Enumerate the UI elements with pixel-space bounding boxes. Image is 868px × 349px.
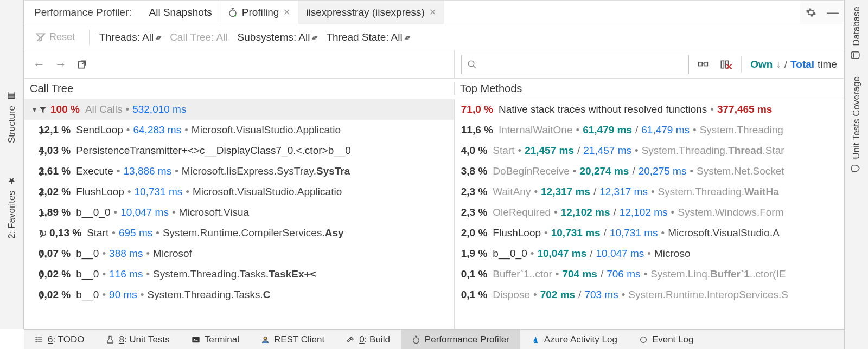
sort-caret-icon: ▴▾ [156,33,160,41]
azure-icon [531,334,540,345]
bottom-tab-terminal[interactable]: Terminal [181,330,250,349]
filter-calltree[interactable]: Call Tree: All [170,31,227,43]
ring-icon [639,334,648,345]
search-icon [467,59,477,70]
percent-value: 11,6 % [461,124,493,136]
chevron-right-icon[interactable]: ❯ [24,208,39,217]
rail-label: Unit Tests Coverage [851,76,861,159]
minimize-button[interactable]: — [822,1,844,24]
topmethods-pane[interactable]: 71,0 %Native stack traces without resolv… [455,99,844,329]
filter-threads[interactable]: Threads: All ▴▾ [99,31,160,43]
search-field[interactable] [477,59,683,70]
bottom-tab-label: 8: Unit Tests [119,334,169,345]
topmethod-row[interactable]: 1,9 %b__0_0•10,047 ms/10,047 ms•Microso [455,243,844,264]
svg-rect-9 [721,61,724,68]
sort-caret-icon: ▴▾ [312,33,316,41]
close-icon[interactable]: ✕ [429,7,436,17]
profiler-panel: Performance Profiler: All Snapshots Prof… [24,0,844,329]
close-icon[interactable]: ✕ [283,7,290,17]
chevron-right-icon[interactable]: ❯ [24,167,39,176]
view-toggle-button[interactable] [695,59,711,70]
bottom-tab-rest-client[interactable]: REST Client [250,330,335,349]
column-headers: Call Tree Top Methods [24,79,844,99]
forward-button[interactable]: → [55,57,67,72]
bottom-tab-label: 0: Build [359,334,390,345]
chevron-right-icon[interactable]: ❯ [24,126,39,134]
tab-iisexpresstray[interactable]: iisexpresstray (iisexpress) ✕ [298,1,444,24]
list-icon [35,334,43,345]
filter-threadstate[interactable]: Thread State: All ▴▾ [326,31,409,43]
chevron-right-icon[interactable]: ❯ [24,270,39,279]
rail-coverage[interactable]: Unit Tests Coverage [850,76,863,173]
topmethod-row[interactable]: 71,0 %Native stack traces without resolv… [455,99,844,120]
calltree-row[interactable]: ▾100 %All Calls•532,010 ms [24,99,454,120]
reset-button[interactable]: Reset [31,29,79,45]
back-button[interactable]: ← [33,57,45,72]
tab-label: iisexpresstray (iisexpress) [306,7,425,18]
calltree-row[interactable]: ❯0,07 %b__0•388 ms•Microsof [24,243,454,264]
calltree-nav: ← → [24,50,455,78]
calltree-row[interactable]: ❯4,03 %PersistenceTransmitter+<>c__Displ… [24,140,454,161]
flask-icon [106,334,114,345]
calltree-header: Call Tree [24,82,455,95]
settings-button[interactable] [800,1,822,24]
structure-icon: ▤ [7,91,17,101]
recursion-icon: ↻ [39,227,47,240]
calltree-row[interactable]: ❯1,89 %b__0_0•10,047 ms•Microsoft.Visua [24,202,454,223]
topmethod-row[interactable]: 2,0 %FlushLoop•10,731 ms/10,731 ms•Micro… [455,223,844,243]
topmethod-row[interactable]: 3,8 %DoBeginReceive•20,274 ms/20,275 ms•… [455,161,844,182]
tab-profiling[interactable]: Profiling ✕ [220,1,299,24]
percent-value: 71,0 % [461,104,493,115]
bottom-tab----build[interactable]: 0: Build [335,330,401,349]
svg-rect-19 [192,337,199,343]
own-total-toggle[interactable]: Own↓ / Total time [750,59,837,70]
percent-value: 4,03 % [39,145,71,157]
chevron-right-icon[interactable]: ❯ [24,229,39,237]
chevron-down-icon[interactable]: ▾ [24,105,39,114]
search-input[interactable] [461,55,689,74]
svg-point-18 [36,341,36,342]
clear-filter-button[interactable] [717,59,732,70]
tab-all-snapshots[interactable]: All Snapshots [142,1,220,24]
topmethod-row[interactable]: 2,3 %OleRequired•12,102 ms/12,102 ms•Sys… [455,202,844,223]
calltree-row[interactable]: ❯↻0,13 %Start•695 ms•System.Runtime.Comp… [24,223,454,243]
filter-subsystems[interactable]: Subsystems: All ▴▾ [238,31,317,43]
calltree-pane[interactable]: ▾100 %All Calls•532,010 ms❯12,1 %SendLoo… [24,99,455,329]
bottom-tab-label: Terminal [205,334,239,345]
topmethod-row[interactable]: 11,6 %InternalWaitOne•61,479 ms/61,479 m… [455,120,844,140]
shield-icon [850,164,863,173]
bottom-tab-azure-activity-log[interactable]: Azure Activity Log [520,330,628,349]
chevron-right-icon[interactable]: ❯ [24,188,39,196]
bottom-tab----unit-tests[interactable]: 8: Unit Tests [95,330,180,349]
tab-label: All Snapshots [149,7,212,18]
tab-label: Profiling [242,7,279,18]
percent-value: 2,02 % [39,186,71,198]
calltree-row[interactable]: ❯0,02 %b__0•116 ms•System.Threading.Task… [24,264,454,285]
rail-database[interactable]: Database [850,7,863,60]
chevron-right-icon[interactable]: ❯ [24,290,39,299]
chevron-right-icon[interactable]: ❯ [24,146,39,155]
bottom-tab-label: REST Client [274,334,324,345]
calltree-row[interactable]: ❯0,02 %b__0•90 ms•System.Threading.Tasks… [24,285,454,305]
svg-point-17 [36,339,36,340]
calltree-row[interactable]: ❯12,1 %SendLoop•64,283 ms•Microsoft.Visu… [24,120,454,140]
minimize-icon: — [827,5,839,20]
svg-point-0 [851,52,853,59]
topmethod-row[interactable]: 0,1 %Dispose•702 ms/703 ms•System.Runtim… [455,285,844,305]
filter-bar: Reset Threads: All ▴▾ Call Tree: All Sub… [24,24,844,50]
calltree-row[interactable]: ❯2,61 %Execute•13,886 ms•Microsoft.IisEx… [24,161,454,182]
bottom-tab----todo[interactable]: 6: TODO [24,330,95,349]
svg-point-21 [413,338,419,344]
rail-structure[interactable]: Structure ▤ [7,91,17,143]
topmethod-row[interactable]: 2,3 %WaitAny•12,317 ms/12,317 ms•System.… [455,182,844,202]
bottom-tab-performance-profiler[interactable]: Performance Profiler [401,330,520,349]
open-external-button[interactable] [76,59,87,70]
down-arrow-icon: ↓ [776,59,781,70]
topmethod-row[interactable]: 0,1 %Buffer`1..ctor•704 ms/706 ms•System… [455,264,844,285]
chevron-right-icon[interactable]: ❯ [24,249,39,258]
topmethod-row[interactable]: 4,0 %Start•21,457 ms/21,457 ms•System.Th… [455,140,844,161]
rail-favorites[interactable]: 2: Favorites ★ [7,176,17,239]
calltree-row[interactable]: ❯2,02 %FlushLoop•10,731 ms•Microsoft.Vis… [24,182,454,202]
stopwatch-icon [412,334,420,345]
bottom-tab-event-log[interactable]: Event Log [628,330,705,349]
